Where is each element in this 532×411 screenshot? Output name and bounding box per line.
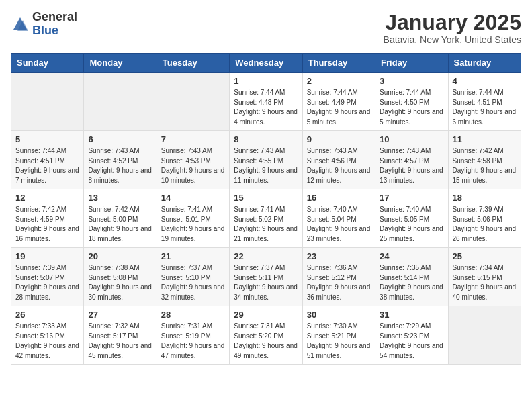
day-info: Sunrise: 7:43 AM Sunset: 4:56 PM Dayligh… (307, 146, 371, 185)
logo-blue: Blue (32, 24, 58, 37)
day-number: 8 (234, 134, 298, 144)
day-info: Sunrise: 7:44 AM Sunset: 4:50 PM Dayligh… (380, 88, 443, 127)
calendar-cell: 2Sunrise: 7:44 AM Sunset: 4:49 PM Daylig… (302, 73, 375, 131)
day-info: Sunrise: 7:33 AM Sunset: 5:16 PM Dayligh… (15, 322, 79, 361)
weekday-header-row: SundayMondayTuesdayWednesdayThursdayFrid… (11, 54, 521, 73)
calendar-cell: 15Sunrise: 7:41 AM Sunset: 5:02 PM Dayli… (230, 189, 302, 248)
day-number: 6 (88, 134, 152, 144)
day-number: 23 (307, 251, 371, 261)
day-info: Sunrise: 7:41 AM Sunset: 5:01 PM Dayligh… (161, 205, 225, 244)
calendar-cell: 28Sunrise: 7:31 AM Sunset: 5:19 PM Dayli… (157, 306, 229, 365)
weekday-header-wednesday: Wednesday (230, 54, 302, 73)
page-header: General Blue January 2025 Batavia, New Y… (11, 11, 521, 45)
weekday-header-monday: Monday (84, 54, 157, 73)
logo-general: General (32, 10, 77, 24)
week-row-5: 26Sunrise: 7:33 AM Sunset: 5:16 PM Dayli… (11, 306, 521, 365)
calendar-cell: 22Sunrise: 7:37 AM Sunset: 5:11 PM Dayli… (230, 248, 302, 306)
day-number: 7 (161, 134, 225, 144)
day-number: 15 (234, 193, 298, 203)
logo-icon (11, 15, 30, 34)
day-info: Sunrise: 7:43 AM Sunset: 4:52 PM Dayligh… (88, 146, 152, 185)
day-info: Sunrise: 7:41 AM Sunset: 5:02 PM Dayligh… (234, 205, 298, 244)
week-row-3: 12Sunrise: 7:42 AM Sunset: 4:59 PM Dayli… (11, 189, 521, 248)
day-number: 31 (380, 310, 443, 320)
day-number: 30 (307, 310, 371, 320)
day-number: 22 (234, 251, 298, 261)
week-row-1: 1Sunrise: 7:44 AM Sunset: 4:48 PM Daylig… (11, 73, 521, 131)
calendar-cell: 23Sunrise: 7:36 AM Sunset: 5:12 PM Dayli… (302, 248, 375, 306)
logo-text: General Blue (32, 11, 77, 38)
day-number: 4 (453, 76, 517, 86)
calendar-cell: 5Sunrise: 7:44 AM Sunset: 4:51 PM Daylig… (11, 131, 84, 189)
weekday-header-tuesday: Tuesday (157, 54, 229, 73)
day-info: Sunrise: 7:44 AM Sunset: 4:49 PM Dayligh… (307, 88, 371, 127)
day-info: Sunrise: 7:38 AM Sunset: 5:08 PM Dayligh… (88, 263, 152, 302)
calendar-cell: 21Sunrise: 7:37 AM Sunset: 5:10 PM Dayli… (157, 248, 229, 306)
calendar-cell: 30Sunrise: 7:30 AM Sunset: 5:21 PM Dayli… (302, 306, 375, 365)
calendar-cell: 27Sunrise: 7:32 AM Sunset: 5:17 PM Dayli… (84, 306, 157, 365)
day-number: 5 (15, 134, 79, 144)
day-info: Sunrise: 7:29 AM Sunset: 5:23 PM Dayligh… (380, 322, 443, 361)
day-number: 11 (453, 134, 517, 144)
day-info: Sunrise: 7:40 AM Sunset: 5:04 PM Dayligh… (307, 205, 371, 244)
day-info: Sunrise: 7:42 AM Sunset: 5:00 PM Dayligh… (88, 205, 152, 244)
day-number: 26 (15, 310, 79, 320)
calendar-cell: 19Sunrise: 7:39 AM Sunset: 5:07 PM Dayli… (11, 248, 84, 306)
weekday-header-thursday: Thursday (302, 54, 375, 73)
weekday-header-sunday: Sunday (11, 54, 84, 73)
day-number: 18 (453, 193, 517, 203)
day-number: 16 (307, 193, 371, 203)
day-info: Sunrise: 7:44 AM Sunset: 4:51 PM Dayligh… (15, 146, 79, 185)
calendar-cell (157, 73, 229, 131)
title-block: January 2025 Batavia, New York, United S… (384, 11, 521, 45)
day-info: Sunrise: 7:35 AM Sunset: 5:14 PM Dayligh… (380, 263, 443, 302)
calendar-cell: 26Sunrise: 7:33 AM Sunset: 5:16 PM Dayli… (11, 306, 84, 365)
day-info: Sunrise: 7:34 AM Sunset: 5:15 PM Dayligh… (453, 263, 517, 302)
day-info: Sunrise: 7:37 AM Sunset: 5:10 PM Dayligh… (161, 263, 225, 302)
day-info: Sunrise: 7:44 AM Sunset: 4:48 PM Dayligh… (234, 88, 298, 127)
day-number: 2 (307, 76, 371, 86)
weekday-header-friday: Friday (375, 54, 448, 73)
calendar-cell (11, 73, 84, 131)
day-number: 9 (307, 134, 371, 144)
day-info: Sunrise: 7:39 AM Sunset: 5:06 PM Dayligh… (453, 205, 517, 244)
day-number: 3 (380, 76, 443, 86)
logo: General Blue (11, 11, 77, 38)
calendar-cell: 20Sunrise: 7:38 AM Sunset: 5:08 PM Dayli… (84, 248, 157, 306)
calendar-cell: 29Sunrise: 7:31 AM Sunset: 5:20 PM Dayli… (230, 306, 302, 365)
calendar-cell: 18Sunrise: 7:39 AM Sunset: 5:06 PM Dayli… (448, 189, 521, 248)
calendar-cell: 25Sunrise: 7:34 AM Sunset: 5:15 PM Dayli… (448, 248, 521, 306)
calendar-cell: 11Sunrise: 7:42 AM Sunset: 4:58 PM Dayli… (448, 131, 521, 189)
calendar-cell: 12Sunrise: 7:42 AM Sunset: 4:59 PM Dayli… (11, 189, 84, 248)
day-number: 1 (234, 76, 298, 86)
day-info: Sunrise: 7:31 AM Sunset: 5:19 PM Dayligh… (161, 322, 225, 361)
day-info: Sunrise: 7:31 AM Sunset: 5:20 PM Dayligh… (234, 322, 298, 361)
day-number: 12 (15, 193, 79, 203)
calendar-cell: 1Sunrise: 7:44 AM Sunset: 4:48 PM Daylig… (230, 73, 302, 131)
day-number: 24 (380, 251, 443, 261)
calendar-cell: 31Sunrise: 7:29 AM Sunset: 5:23 PM Dayli… (375, 306, 448, 365)
calendar-cell: 24Sunrise: 7:35 AM Sunset: 5:14 PM Dayli… (375, 248, 448, 306)
day-info: Sunrise: 7:42 AM Sunset: 4:58 PM Dayligh… (453, 146, 517, 185)
day-number: 19 (15, 251, 79, 261)
calendar-cell: 14Sunrise: 7:41 AM Sunset: 5:01 PM Dayli… (157, 189, 229, 248)
day-number: 25 (453, 251, 517, 261)
weekday-header-saturday: Saturday (448, 54, 521, 73)
day-info: Sunrise: 7:43 AM Sunset: 4:57 PM Dayligh… (380, 146, 443, 185)
day-number: 27 (88, 310, 152, 320)
calendar-table: SundayMondayTuesdayWednesdayThursdayFrid… (11, 53, 521, 365)
day-info: Sunrise: 7:32 AM Sunset: 5:17 PM Dayligh… (88, 322, 152, 361)
day-number: 14 (161, 193, 225, 203)
day-number: 29 (234, 310, 298, 320)
calendar-cell: 6Sunrise: 7:43 AM Sunset: 4:52 PM Daylig… (84, 131, 157, 189)
day-number: 28 (161, 310, 225, 320)
week-row-2: 5Sunrise: 7:44 AM Sunset: 4:51 PM Daylig… (11, 131, 521, 189)
day-info: Sunrise: 7:30 AM Sunset: 5:21 PM Dayligh… (307, 322, 371, 361)
calendar-cell (448, 306, 521, 365)
day-number: 13 (88, 193, 152, 203)
calendar-cell: 4Sunrise: 7:44 AM Sunset: 4:51 PM Daylig… (448, 73, 521, 131)
day-number: 17 (380, 193, 443, 203)
calendar-cell: 8Sunrise: 7:43 AM Sunset: 4:55 PM Daylig… (230, 131, 302, 189)
day-info: Sunrise: 7:36 AM Sunset: 5:12 PM Dayligh… (307, 263, 371, 302)
day-number: 21 (161, 251, 225, 261)
